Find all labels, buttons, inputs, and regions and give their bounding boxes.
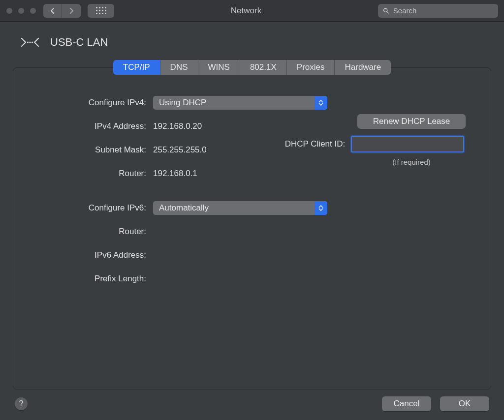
ipv4-router-value: 192.168.0.1 bbox=[153, 169, 197, 179]
svg-point-4 bbox=[32, 41, 33, 43]
configure-ipv4-value: Using DHCP bbox=[159, 98, 206, 108]
interface-header: USB-C LAN bbox=[13, 33, 491, 51]
prefix-length-label: Prefix Length: bbox=[36, 274, 153, 284]
renew-dhcp-lease-button[interactable]: Renew DHCP Lease bbox=[357, 114, 466, 129]
show-all-button[interactable] bbox=[88, 4, 114, 18]
tab-wins[interactable]: WINS bbox=[198, 60, 240, 75]
cancel-button[interactable]: Cancel bbox=[382, 396, 431, 411]
ipv6-address-label: IPv6 Address: bbox=[36, 250, 153, 260]
window-title: Network bbox=[118, 6, 374, 16]
help-button[interactable]: ? bbox=[15, 397, 28, 410]
ipv4-router-label: Router: bbox=[36, 169, 153, 179]
dhcp-client-id-input[interactable] bbox=[351, 136, 464, 152]
svg-point-3 bbox=[29, 41, 31, 43]
window-controls bbox=[6, 7, 36, 14]
configure-ipv6-value: Automatically bbox=[159, 203, 209, 213]
search-icon bbox=[383, 7, 389, 14]
ok-button[interactable]: OK bbox=[440, 396, 489, 411]
tab-tcpip[interactable]: TCP/IP bbox=[113, 60, 160, 75]
search-input[interactable] bbox=[392, 6, 493, 15]
ipv4-address-label: IPv4 Address: bbox=[36, 121, 153, 131]
configure-ipv4-label: Configure IPv4: bbox=[36, 98, 153, 108]
search-field[interactable] bbox=[378, 4, 498, 18]
tab-dns[interactable]: DNS bbox=[160, 60, 198, 75]
updown-chevron-icon bbox=[315, 201, 327, 215]
dhcp-client-id-hint: (If required) bbox=[392, 158, 431, 166]
minimize-window-icon[interactable] bbox=[18, 7, 25, 14]
interface-name: USB-C LAN bbox=[50, 36, 108, 49]
tab-hardware[interactable]: Hardware bbox=[335, 60, 391, 75]
ipv6-router-label: Router: bbox=[36, 227, 153, 237]
subnet-mask-label: Subnet Mask: bbox=[36, 145, 153, 155]
tab-8021x[interactable]: 802.1X bbox=[240, 60, 287, 75]
back-button[interactable] bbox=[43, 4, 62, 18]
titlebar: Network bbox=[0, 0, 504, 22]
dhcp-client-id-label: DHCP Client ID: bbox=[285, 139, 346, 149]
configure-ipv4-select[interactable]: Using DHCP bbox=[153, 96, 327, 110]
grid-icon bbox=[96, 7, 106, 14]
updown-chevron-icon bbox=[315, 96, 327, 110]
svg-point-2 bbox=[27, 41, 29, 43]
forward-button[interactable] bbox=[62, 4, 81, 18]
settings-tabs: TCP/IP DNS WINS 802.1X Proxies Hardware bbox=[13, 60, 491, 75]
subnet-mask-value: 255.255.255.0 bbox=[153, 145, 207, 155]
nav-buttons bbox=[43, 4, 81, 18]
tcpip-panel: Configure IPv4: Using DHCP IPv4 Address:… bbox=[13, 67, 491, 390]
ipv4-address-value: 192.168.0.20 bbox=[153, 121, 202, 131]
close-window-icon[interactable] bbox=[6, 7, 13, 14]
configure-ipv6-select[interactable]: Automatically bbox=[153, 201, 327, 215]
dialog-footer: ? Cancel OK bbox=[13, 396, 491, 411]
tab-proxies[interactable]: Proxies bbox=[287, 60, 335, 75]
configure-ipv6-label: Configure IPv6: bbox=[36, 203, 153, 213]
svg-line-1 bbox=[387, 11, 388, 13]
zoom-window-icon[interactable] bbox=[30, 7, 36, 14]
ethernet-icon bbox=[19, 33, 41, 51]
